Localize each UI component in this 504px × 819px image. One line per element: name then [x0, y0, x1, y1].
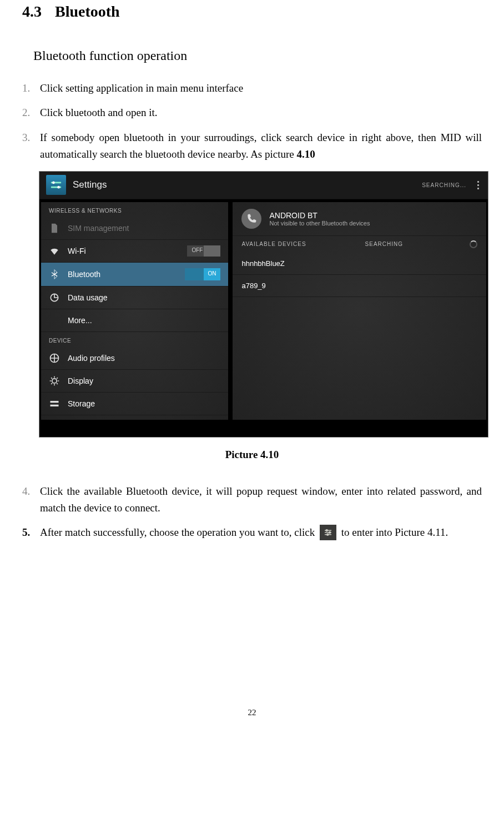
search-status: SEARCHING... — [422, 182, 466, 188]
bluetooth-device-item[interactable]: hhnhbhBlueZ — [233, 253, 486, 275]
list-item: 1. Click setting application in main men… — [22, 80, 482, 97]
settings-nav-pane: WIRELESS & NETWORKS SIM management Wi-Fi… — [41, 202, 229, 420]
section-heading: 4.3Bluetooth — [22, 3, 482, 21]
nav-item-data-usage[interactable]: Data usage — [41, 287, 228, 309]
list-number: 5. — [22, 524, 40, 541]
android-nav-bar — [39, 423, 488, 437]
settings-screenshot: Settings SEARCHING... WIRELESS & NETWORK… — [39, 171, 488, 438]
list-number: 1. — [22, 80, 40, 97]
svg-point-6 — [52, 378, 57, 383]
available-devices-header: AVAILABLE DEVICES SEARCHING — [233, 236, 486, 253]
section-title: Bluetooth — [55, 3, 120, 20]
device-name: ANDROID BT — [269, 211, 370, 220]
nav-section-header: WIRELESS & NETWORKS — [41, 202, 228, 217]
list-number: 2. — [22, 104, 40, 121]
searching-label: SEARCHING — [365, 241, 403, 247]
app-topbar: Settings SEARCHING... — [39, 172, 488, 199]
list-item: 5. After match successfully, choose the … — [22, 524, 482, 541]
nav-item-display[interactable]: Display — [41, 370, 228, 393]
nav-section-header: DEVICE — [41, 332, 228, 347]
subheading: Bluetooth function operation — [33, 48, 482, 63]
nav-label: Storage — [68, 399, 220, 408]
list-text: Click bluetooth and open it. — [40, 104, 482, 121]
page-number: 22 — [22, 708, 482, 717]
phone-icon — [241, 209, 261, 229]
visibility-status: Not visible to other Bluetooth devices — [269, 220, 370, 227]
list-number: 3. — [22, 129, 40, 163]
settings-app-icon — [46, 175, 66, 195]
settings-sliders-icon — [320, 525, 336, 540]
bluetooth-self-row[interactable]: ANDROID BT Not visible to other Bluetoot… — [233, 202, 486, 236]
bluetooth-toggle[interactable]: ON — [185, 268, 220, 280]
list-text: Click the available Bluetooth device, it… — [40, 483, 482, 517]
figure-caption: Picture 4.10 — [22, 449, 482, 461]
instruction-list: 1. Click setting application in main men… — [22, 80, 482, 163]
wifi-toggle[interactable]: OFF — [187, 245, 220, 257]
nav-label: Wi-Fi — [68, 247, 187, 255]
loading-spinner-icon — [470, 240, 477, 248]
bluetooth-icon — [49, 269, 60, 280]
section-number: 4.3 — [22, 3, 42, 20]
svg-point-3 — [57, 186, 60, 189]
nav-label: Data usage — [68, 293, 220, 302]
instruction-list-continued: 4. Click the available Bluetooth device,… — [22, 483, 482, 541]
list-item: 4. Click the available Bluetooth device,… — [22, 483, 482, 517]
nav-item-bluetooth[interactable]: Bluetooth ON — [41, 263, 228, 287]
nav-item-audio[interactable]: Audio profiles — [41, 347, 228, 370]
nav-label: More... — [68, 316, 220, 325]
audio-icon — [49, 353, 60, 364]
svg-point-1 — [52, 182, 55, 184]
overflow-menu-icon[interactable] — [475, 179, 481, 192]
svg-point-14 — [327, 534, 329, 535]
list-item: 2. Click bluetooth and open it. — [22, 104, 482, 121]
nav-item-sim[interactable]: SIM management — [41, 217, 228, 240]
svg-point-12 — [329, 531, 331, 533]
nav-item-more[interactable]: More... — [41, 309, 228, 332]
bluetooth-device-item[interactable]: a789_9 — [233, 275, 486, 297]
topbar-title: Settings — [73, 179, 107, 190]
list-text: Click setting application in main menu i… — [40, 80, 482, 97]
nav-label: Display — [68, 376, 220, 385]
nav-label: Bluetooth — [68, 270, 185, 279]
wifi-icon — [49, 245, 60, 257]
nav-label: SIM management — [68, 224, 220, 233]
data-usage-icon — [49, 292, 60, 303]
nav-label: Audio profiles — [68, 354, 220, 363]
nav-item-wifi[interactable]: Wi-Fi OFF — [41, 240, 228, 263]
list-number: 4. — [22, 483, 40, 517]
available-label: AVAILABLE DEVICES — [241, 241, 306, 247]
sim-icon — [49, 223, 60, 234]
nav-item-storage[interactable]: Storage — [41, 393, 228, 415]
svg-rect-8 — [51, 404, 59, 406]
list-text: If somebody open bluetooth in your surro… — [40, 129, 482, 163]
list-item: 3. If somebody open bluetooth in your su… — [22, 129, 482, 163]
storage-icon — [49, 398, 60, 409]
svg-rect-7 — [51, 401, 59, 403]
display-icon — [49, 375, 60, 386]
bluetooth-detail-pane: ANDROID BT Not visible to other Bluetoot… — [232, 202, 487, 420]
list-text: After match successfully, choose the ope… — [40, 524, 482, 541]
svg-point-10 — [326, 530, 327, 531]
